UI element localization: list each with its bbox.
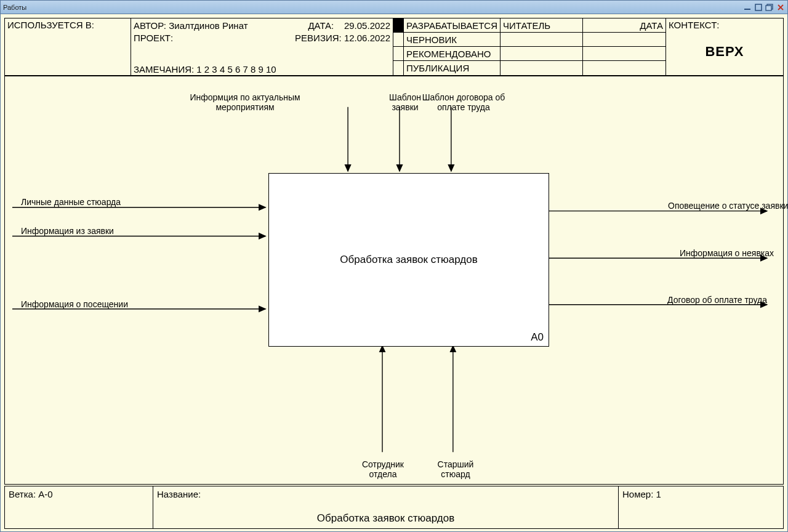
context-top: ВЕРХ (669, 44, 781, 60)
restore-icon[interactable] (765, 3, 774, 12)
control-template-req: Шаблонзаявки (387, 92, 424, 112)
date2-label: ДАТА (640, 20, 663, 31)
branch-label: Ветка: (9, 489, 36, 499)
input-req-info: Информация из заявки (21, 226, 114, 236)
used-in-label: ИСПОЛЬЗУЕТСЯ В: (7, 20, 94, 30)
svg-rect-1 (755, 4, 762, 10)
header-block: ИСПОЛЬЗУЕТСЯ В: АВТОР: Зиалтдинов Ринат … (4, 18, 784, 76)
footer-block: Ветка: А-0 Название: Обработка заявок ст… (4, 486, 784, 529)
branch-value: А-0 (38, 489, 52, 499)
number-cell: Номер: 1 (619, 486, 783, 528)
diagram-area: Обработка заявок стюардов А0 Информция п… (4, 76, 784, 485)
reader-cell: ЧИТАТЕЛЬ (501, 18, 583, 33)
author-label: АВТОР: (134, 20, 166, 31)
date-value: 29.05.2022 (344, 20, 390, 31)
output-status-notify: Оповещение о статусе заявки (668, 201, 788, 211)
name-label: Название: (157, 489, 614, 499)
reader-blank-3 (501, 61, 583, 75)
reader-blank-2 (501, 47, 583, 61)
branch-cell: Ветка: А-0 (5, 486, 153, 528)
input-attendance: Информация о посещении (21, 299, 128, 309)
used-in-cell: ИСПОЛЬЗУЕТСЯ В: (5, 18, 131, 75)
process-title: Обработка заявок стюардов (269, 254, 549, 266)
canvas: ИСПОЛЬЗУЕТСЯ В: АВТОР: Зиалтдинов Ринат … (1, 14, 787, 531)
maximize-icon[interactable] (754, 3, 763, 12)
process-box: Обработка заявок стюардов А0 (268, 173, 549, 347)
svg-rect-0 (744, 9, 750, 10)
name-cell: Название: Обработка заявок стюардов (153, 486, 619, 528)
status-publication-mark (393, 61, 404, 75)
window-title: Работы (3, 4, 26, 11)
number-label: Номер: (622, 489, 653, 499)
app-window: Работы ИСПОЛЬЗУЕТСЯ В: АВТОР: Зи (0, 0, 788, 532)
number-value: 1 (656, 489, 661, 499)
status-recommended: РЕКОМЕНДОВАНО (404, 47, 501, 61)
output-absence: Информация о неявках (680, 248, 774, 258)
window-controls (743, 3, 785, 12)
revision-label: РЕВИЗИЯ: (295, 33, 342, 43)
close-icon[interactable] (776, 3, 785, 12)
date-blank-1 (583, 33, 665, 47)
project-label: ПРОЕКТ: (134, 32, 173, 44)
date-blank-2 (583, 47, 665, 61)
date-label: ДАТА: (308, 20, 334, 31)
revision-value: 12.06.2022 (344, 33, 390, 43)
titlebar[interactable]: Работы (1, 1, 787, 14)
status-draft-mark (393, 33, 404, 47)
notes-label: ЗАМЕЧАНИЯ: 1 2 3 4 5 6 7 8 9 10 (134, 64, 276, 75)
status-developing-mark (393, 18, 404, 33)
status-developing: РАЗРАБАТЫВАЕТСЯ (404, 18, 501, 33)
status-draft: ЧЕРНОВИК (404, 33, 501, 47)
svg-rect-3 (766, 6, 771, 10)
date-blank-3 (583, 61, 665, 75)
reader-blank-1 (501, 33, 583, 47)
date2-cell: ДАТА (583, 18, 665, 33)
control-info-events: Информция по актуальныммероприятиям (190, 92, 300, 112)
context-label: КОНТЕКСТ: (669, 20, 781, 30)
mechanism-employee: Сотрудникотдела (358, 459, 408, 479)
process-id: А0 (531, 331, 544, 344)
mechanism-senior: Старшийстюард (434, 459, 477, 479)
reader-label: ЧИТАТЕЛЬ (503, 20, 550, 31)
status-col: РАЗРАБАТЫВАЕТСЯ ЧИТАТЕЛЬ ДАТА ЧЕРНОВИК Р… (393, 18, 666, 75)
input-personal: Личные данные стюарда (21, 197, 121, 207)
author-value: Зиалтдинов Ринат (169, 20, 247, 31)
name-value: Обработка заявок стюардов (153, 512, 618, 525)
control-template-pay: Шаблон договора обоплате труда (420, 92, 507, 112)
author-col: АВТОР: Зиалтдинов Ринат ДАТА: 29.05.2022… (131, 18, 393, 75)
minimize-icon[interactable] (743, 3, 752, 12)
output-pay-contract: Договор об оплате труда (667, 295, 767, 305)
status-publication: ПУБЛИКАЦИЯ (404, 61, 501, 75)
context-col: КОНТЕКСТ: ВЕРХ (666, 18, 783, 75)
status-recommended-mark (393, 47, 404, 61)
